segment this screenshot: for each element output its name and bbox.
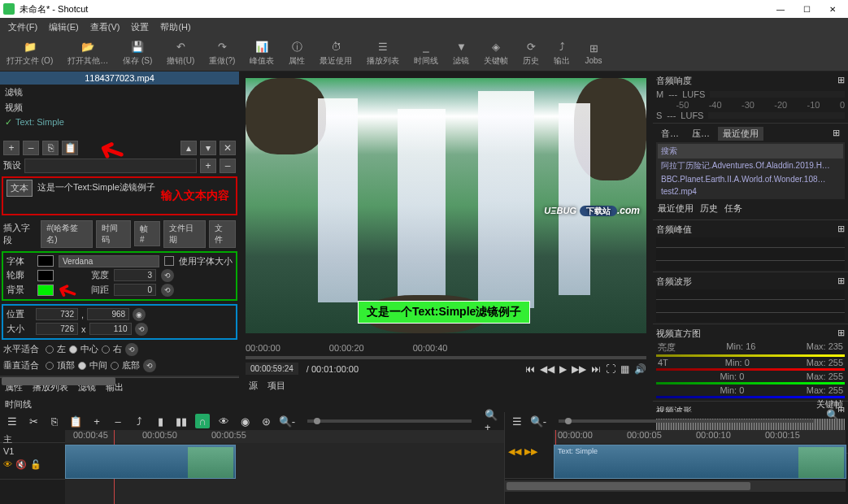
- fast-forward-button[interactable]: ▶▶: [572, 363, 586, 375]
- halign-left-radio[interactable]: [46, 345, 54, 354]
- font-selector[interactable]: Verdana: [59, 255, 159, 267]
- kf-scrollbar[interactable]: [505, 480, 846, 492]
- menu-help[interactable]: 帮助(H): [155, 20, 195, 35]
- tool-keyframes[interactable]: ◈关键帧: [484, 41, 508, 67]
- recent-tab-recent[interactable]: 最近使用: [718, 127, 763, 141]
- tool-open-other[interactable]: 📂打开其他…: [67, 41, 108, 67]
- tool-timeline[interactable]: ⎯时间线: [414, 41, 438, 67]
- left-scrollbar[interactable]: [0, 376, 239, 377]
- tool-undo[interactable]: ↶撤销(U): [167, 41, 194, 67]
- size-h-input[interactable]: 110: [89, 323, 132, 335]
- tool-properties[interactable]: ⓘ属性: [289, 41, 305, 67]
- tl-ripple-button[interactable]: ◉: [237, 414, 252, 428]
- zoom-button[interactable]: ⛶: [606, 363, 615, 375]
- recent-btn-history[interactable]: 历史: [700, 202, 718, 215]
- tool-redo[interactable]: ↷重做(?): [209, 41, 235, 67]
- kf-zoom-out-button[interactable]: 🔍-: [531, 414, 546, 428]
- bg-color-swatch[interactable]: [37, 285, 54, 296]
- insert-timecode-button[interactable]: 时间码: [96, 220, 131, 248]
- panel-menu-icon[interactable]: ⊞: [837, 328, 845, 340]
- track-mute-icon[interactable]: 🔇: [15, 459, 27, 470]
- tl-lift-button[interactable]: ⤴: [132, 414, 146, 428]
- use-font-size-checkbox[interactable]: [164, 256, 174, 266]
- recent-item[interactable]: BBC.Planet.Earth.II.A.World.of.Wonder.10…: [658, 173, 843, 185]
- kf-track-label[interactable]: ◀◀▶▶: [505, 430, 554, 479]
- recent-search[interactable]: 搜索: [658, 144, 843, 159]
- valign-middle-radio[interactable]: [78, 362, 86, 370]
- keyframe-button[interactable]: ◉: [133, 308, 146, 321]
- insert-frame-button[interactable]: 帧 #: [134, 221, 160, 246]
- volume-button[interactable]: 🔊: [634, 363, 646, 375]
- insert-file-button[interactable]: 文件: [209, 220, 236, 248]
- recent-tab-audio[interactable]: 音…: [656, 127, 684, 141]
- outline-width-input[interactable]: 3: [114, 269, 156, 281]
- panel-menu-icon[interactable]: ⊞: [837, 276, 845, 288]
- tl-remove-button[interactable]: –: [111, 414, 125, 428]
- recent-btn-recent[interactable]: 最近使用: [658, 202, 694, 215]
- panel-menu-icon[interactable]: ⊞: [828, 127, 845, 141]
- track-visible-icon[interactable]: 👁: [3, 459, 12, 470]
- recent-btn-jobs[interactable]: 任务: [724, 202, 742, 215]
- tl-cut-button[interactable]: ✂: [26, 414, 41, 428]
- tool-peak-meter[interactable]: 📊峰值表: [250, 41, 274, 67]
- halign-reset-button[interactable]: ⟲: [125, 343, 138, 356]
- v1-track-label[interactable]: V1 👁🔇🔓: [0, 443, 65, 480]
- tool-jobs[interactable]: ⊞Jobs: [585, 41, 602, 65]
- paste-filter-button[interactable]: 📋: [62, 141, 78, 155]
- current-time[interactable]: 00:00:59:24: [246, 363, 298, 375]
- tool-filters[interactable]: ▼滤镜: [453, 41, 469, 67]
- tl-menu-button[interactable]: ☰: [5, 414, 20, 428]
- recent-tab-encoding[interactable]: 压…: [687, 127, 715, 141]
- tl-zoom-in-button[interactable]: 🔍+: [485, 414, 499, 428]
- track-lock-icon[interactable]: 🔓: [30, 459, 41, 470]
- keyframe-clip[interactable]: Text: Simple: [554, 445, 846, 479]
- keyframes-tracks[interactable]: 00:00:00 00:00:05 00:00:10 00:00:15 Text…: [554, 430, 846, 479]
- font-color-swatch[interactable]: [37, 255, 54, 267]
- preset-delete-button[interactable]: –: [220, 159, 236, 173]
- insert-filedate-button[interactable]: 文件日期: [163, 220, 206, 248]
- skip-prev-button[interactable]: ⏮: [525, 363, 535, 375]
- halign-center-radio[interactable]: [69, 345, 77, 354]
- tl-append-button[interactable]: +: [89, 414, 104, 428]
- move-up-button[interactable]: ▴: [180, 141, 197, 155]
- panel-menu-icon[interactable]: ⊞: [837, 224, 845, 236]
- grid-button[interactable]: ▦: [620, 363, 629, 375]
- master-track-label[interactable]: 主: [0, 430, 65, 443]
- timeline-clip[interactable]: [65, 445, 236, 479]
- outline-color-swatch[interactable]: [37, 270, 54, 281]
- tl-split-button[interactable]: ▮▮: [174, 414, 189, 428]
- move-down-button[interactable]: ▾: [200, 141, 216, 155]
- preset-save-button[interactable]: +: [200, 159, 216, 173]
- kf-menu-button[interactable]: ☰: [510, 414, 524, 428]
- kf-zoom-slider[interactable]: [559, 419, 813, 423]
- menu-view[interactable]: 查看(V): [85, 20, 125, 35]
- outline-reset-button[interactable]: ⟲: [161, 269, 174, 282]
- tool-recent[interactable]: ⏱最近使用: [320, 41, 352, 67]
- tool-playlist[interactable]: ☰播放列表: [367, 41, 399, 67]
- tl-overwrite-button[interactable]: ▮: [153, 414, 167, 428]
- close-button[interactable]: ✕: [820, 1, 845, 17]
- copy-filter-button[interactable]: ⎘: [42, 141, 59, 155]
- tl-copy-button[interactable]: ⎘: [47, 414, 62, 428]
- insert-hash-button[interactable]: #(哈希签名): [41, 220, 93, 248]
- tl-paste-button[interactable]: 📋: [68, 414, 83, 428]
- valign-reset-button[interactable]: ⟲: [143, 359, 156, 372]
- tl-zoom-slider[interactable]: [307, 419, 472, 423]
- pos-y-input[interactable]: 968: [87, 308, 129, 320]
- padding-reset-button[interactable]: ⟲: [161, 284, 174, 297]
- tool-save[interactable]: 💾保存 (S): [123, 41, 152, 67]
- tl-scrub-button[interactable]: 👁: [216, 414, 231, 428]
- menu-file[interactable]: 文件(F): [3, 20, 42, 35]
- kf-prev-button[interactable]: ◀◀: [508, 446, 521, 457]
- tl-ripple-all-button[interactable]: ⊛: [259, 414, 273, 428]
- valign-top-radio[interactable]: [46, 362, 54, 370]
- recent-item[interactable]: 阿拉丁历险记.Adventures.Of.Aladdin.2019.H…: [658, 159, 843, 173]
- maximize-button[interactable]: ☐: [794, 1, 819, 17]
- tool-history[interactable]: ⟳历史: [523, 41, 539, 67]
- size-w-input[interactable]: 726: [36, 323, 78, 335]
- size-reset-button[interactable]: ⟲: [135, 323, 148, 336]
- add-filter-button[interactable]: +: [3, 141, 20, 155]
- halign-right-radio[interactable]: [102, 345, 110, 354]
- valign-bottom-radio[interactable]: [111, 362, 119, 370]
- tl-zoom-out-button[interactable]: 🔍-: [280, 414, 294, 428]
